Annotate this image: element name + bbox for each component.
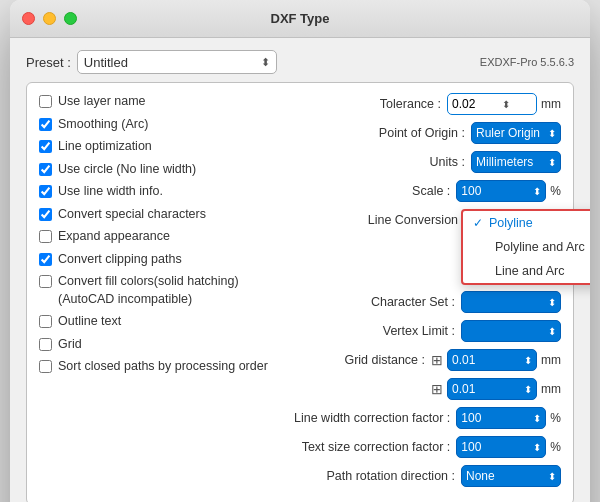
character-set-row: Character Set : ⬍ — [289, 291, 561, 313]
text-size-correction-arrows-icon: ⬍ — [533, 442, 541, 453]
preset-select[interactable]: Untitled ⬍ — [77, 50, 277, 74]
line-width-correction-arrows-icon: ⬍ — [533, 413, 541, 424]
checkbox-line-opt-input[interactable] — [39, 140, 52, 153]
point-of-origin-label: Point of Origin : — [379, 126, 465, 140]
tolerance-unit: mm — [541, 97, 561, 111]
checkbox-sort: Sort closed paths by processing order — [39, 358, 279, 376]
line-width-correction-unit: % — [550, 411, 561, 425]
grid-distance-2-select[interactable]: 0.01 ⬍ — [447, 378, 537, 400]
checkbox-use-line-width-label: Use line width info. — [58, 183, 163, 201]
checkbox-use-layer-name: Use layer name — [39, 93, 279, 111]
version-label: EXDXF-Pro 5.5.6.3 — [480, 56, 574, 68]
maximize-button[interactable] — [64, 12, 77, 25]
character-set-label: Character Set : — [371, 295, 455, 309]
window-title: DXF Type — [271, 11, 330, 26]
line-conversion-dropdown-area: Polyline ⬍ ✓ Polyline Polyline and Arc — [471, 209, 561, 231]
vertex-limit-arrows-icon: ⬍ — [548, 326, 556, 337]
grid-distance-1-select[interactable]: 0.01 ⬍ — [447, 349, 537, 371]
checkbox-grid-label: Grid — [58, 336, 82, 354]
checkbox-convert-special-label: Convert special characters — [58, 206, 206, 224]
checkbox-outline-input[interactable] — [39, 315, 52, 328]
checkbox-smoothing-input[interactable] — [39, 118, 52, 131]
character-set-select[interactable]: ⬍ — [461, 291, 561, 313]
preset-arrows-icon: ⬍ — [261, 56, 270, 69]
dropdown-item-line-arc-label: Line and Arc — [495, 264, 565, 278]
grid-distance-1-arrows-icon: ⬍ — [524, 355, 532, 366]
dropdown-item-polyline-arc[interactable]: Polyline and Arc — [463, 235, 590, 259]
tolerance-label: Tolerance : — [380, 97, 441, 111]
checkbox-fill: Convert fill colors(solid hatching)(Auto… — [39, 273, 279, 308]
tolerance-row: Tolerance : ⬍ mm — [289, 93, 561, 115]
checkbox-expand: Expand appearance — [39, 228, 279, 246]
grid-distance-icon: ⊞ — [431, 352, 443, 368]
dropdown-item-polyline-arc-label: Polyline and Arc — [495, 240, 585, 254]
checkbox-outline-label: Outline text — [58, 313, 121, 331]
tolerance-input[interactable]: ⬍ — [447, 93, 537, 115]
checkbox-fill-label: Convert fill colors(solid hatching)(Auto… — [58, 273, 239, 308]
checkbox-clipping: Convert clipping paths — [39, 251, 279, 269]
content-area: Preset : Untitled ⬍ EXDXF-Pro 5.5.6.3 Us… — [10, 38, 590, 502]
dropdown-item-polyline-label: Polyline — [489, 216, 533, 230]
checkbox-sort-input[interactable] — [39, 360, 52, 373]
checkbox-use-circle-label: Use circle (No line width) — [58, 161, 196, 179]
close-button[interactable] — [22, 12, 35, 25]
checkbox-convert-special-input[interactable] — [39, 208, 52, 221]
checkbox-fill-input[interactable] — [39, 275, 52, 288]
text-size-correction-row: Text size correction factor : 100 ⬍ % — [289, 436, 561, 458]
line-conversion-row: Line Conversion : Polyline ⬍ ✓ Polyline — [289, 209, 561, 231]
line-width-correction-value: 100 — [461, 411, 533, 425]
checkbox-use-circle-input[interactable] — [39, 163, 52, 176]
units-label: Units : — [430, 155, 465, 169]
scale-arrows-icon: ⬍ — [533, 186, 541, 197]
scale-select[interactable]: 100 ⬍ — [456, 180, 546, 202]
checkbox-use-layer-name-input[interactable] — [39, 95, 52, 108]
checkbox-smoothing: Smoothing (Arc) — [39, 116, 279, 134]
text-size-correction-select[interactable]: 100 ⬍ — [456, 436, 546, 458]
right-panel: Tolerance : ⬍ mm Point of Origin : Ruler… — [279, 93, 561, 494]
minimize-button[interactable] — [43, 12, 56, 25]
grid-distance-label: Grid distance : — [344, 353, 425, 367]
path-rotation-label: Path rotation direction : — [326, 469, 455, 483]
grid-distance-1-value: 0.01 — [452, 353, 524, 367]
line-width-correction-select[interactable]: 100 ⬍ — [456, 407, 546, 429]
scale-unit: % — [550, 184, 561, 198]
dropdown-item-polyline[interactable]: ✓ Polyline — [463, 211, 590, 235]
point-of-origin-value: Ruler Origin — [476, 126, 548, 140]
vertex-limit-select[interactable]: ⬍ — [461, 320, 561, 342]
units-value: Millimeters — [476, 155, 548, 169]
grid-distance-2-icon: ⊞ — [431, 381, 443, 397]
tolerance-field[interactable] — [452, 97, 502, 111]
checkbox-line-opt-label: Line optimization — [58, 138, 152, 156]
checkbox-use-line-width-input[interactable] — [39, 185, 52, 198]
units-arrows-icon: ⬍ — [548, 157, 556, 168]
checkbox-outline: Outline text — [39, 313, 279, 331]
line-width-correction-row: Line width correction factor : 100 ⬍ % — [289, 407, 561, 429]
point-of-origin-select[interactable]: Ruler Origin ⬍ — [471, 122, 561, 144]
dropdown-item-line-arc[interactable]: Line and Arc — [463, 259, 590, 283]
units-row: Units : Millimeters ⬍ — [289, 151, 561, 173]
checkbox-grid: Grid — [39, 336, 279, 354]
window-controls — [22, 12, 77, 25]
text-size-correction-unit: % — [550, 440, 561, 454]
point-of-origin-arrows-icon: ⬍ — [548, 128, 556, 139]
units-select[interactable]: Millimeters ⬍ — [471, 151, 561, 173]
checkbox-expand-input[interactable] — [39, 230, 52, 243]
checkbox-grid-input[interactable] — [39, 338, 52, 351]
line-width-correction-label: Line width correction factor : — [294, 411, 450, 425]
grid-distance-2-row: ⊞ 0.01 ⬍ mm — [289, 378, 561, 400]
vertex-limit-label: Vertex Limit : — [383, 324, 455, 338]
preset-value: Untitled — [84, 55, 261, 70]
vertex-limit-row: Vertex Limit : ⬍ — [289, 320, 561, 342]
checkbox-convert-special: Convert special characters — [39, 206, 279, 224]
grid-distance-1-unit: mm — [541, 353, 561, 367]
checkbox-clipping-input[interactable] — [39, 253, 52, 266]
scale-value: 100 — [461, 184, 533, 198]
text-size-correction-value: 100 — [461, 440, 533, 454]
grid-distance-2-unit: mm — [541, 382, 561, 396]
path-rotation-arrows-icon: ⬍ — [548, 471, 556, 482]
checkbox-use-line-width: Use line width info. — [39, 183, 279, 201]
path-rotation-select[interactable]: None ⬍ — [461, 465, 561, 487]
preset-label: Preset : — [26, 55, 71, 70]
scale-label: Scale : — [412, 184, 450, 198]
text-size-correction-label: Text size correction factor : — [302, 440, 451, 454]
